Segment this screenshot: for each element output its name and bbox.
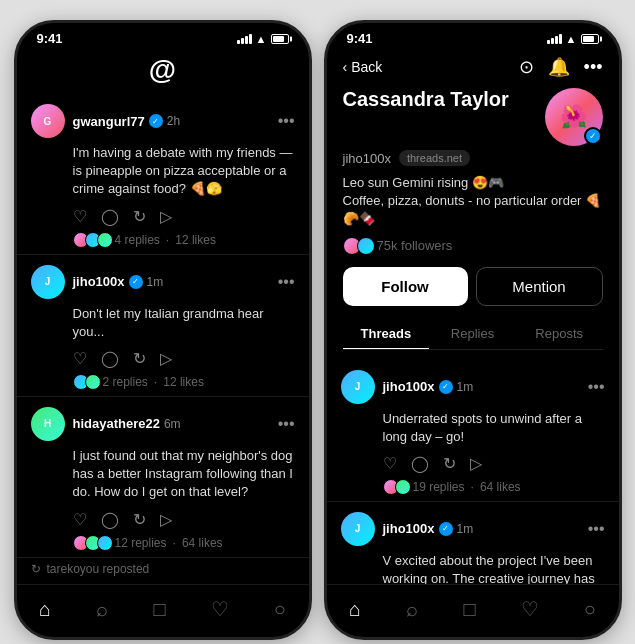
mention-button[interactable]: Mention [476,267,603,306]
verified-badge-1: ✓ [149,114,163,128]
stat-avatar-p1b [395,479,411,495]
avatar-jiho100x: J [31,265,65,299]
profile-feed[interactable]: J jiho100x ✓ 1m ••• Underrated spots to … [327,360,619,584]
comment-icon-2[interactable]: ◯ [101,349,119,368]
repost-icon-1[interactable]: ↻ [133,207,146,226]
signal-icon [237,34,252,44]
signal-bar-r4 [559,34,562,44]
follow-button[interactable]: Follow [343,267,468,306]
username-hidayathere22: hidayathere22 [73,416,160,431]
profile-post-2-menu[interactable]: ••• [588,520,605,538]
profile-post-1-likes: 64 likes [480,480,521,494]
post-2-stat-avatars [73,374,97,390]
post-2-username-row: jiho100x ✓ 1m [73,274,278,289]
feed[interactable]: G gwangurl77 ✓ 2h ••• I'm having a debat… [17,94,309,584]
post-1-reply-count: 4 replies [115,233,160,247]
stat-avatar-2b [85,374,101,390]
comment-icon-1[interactable]: ◯ [101,207,119,226]
nav-search-icon[interactable]: ⌕ [88,596,116,623]
post-3-actions: ♡ ◯ ↻ ▷ [73,510,295,529]
post-1-menu[interactable]: ••• [278,112,295,130]
instagram-icon[interactable]: ⊙ [519,56,534,78]
profile-post-1-content: Underrated spots to unwind after a long … [383,410,605,446]
share-icon-2[interactable]: ▷ [160,349,172,368]
username-jiho100x: jiho100x [73,274,125,289]
nav-profile-icon-r[interactable]: ○ [576,596,604,623]
follower-avatars [343,237,371,255]
nav-search-icon-r[interactable]: ⌕ [398,596,426,623]
profile-post-1-replies: 19 replies [413,480,465,494]
share-icon-3[interactable]: ▷ [160,510,172,529]
post-3-menu[interactable]: ••• [278,415,295,433]
nav-compose-icon-r[interactable]: □ [455,596,483,623]
post-1-actions: ♡ ◯ ↻ ▷ [73,207,295,226]
post-3-username-row: hidayathere22 6m [73,416,278,431]
profile-post-1-stat-avatars [383,479,407,495]
bell-icon[interactable]: 🔔 [548,56,570,78]
left-phone: 9:41 ▲ @ G [14,20,312,640]
profile-post-2-user-info: jiho100x ✓ 1m [383,521,588,536]
profile-tabs: Threads Replies Reposts [343,318,603,350]
profile-handle-row: jiho100x threads.net [343,150,603,166]
like-icon-p1[interactable]: ♡ [383,454,397,473]
post-2-stats: 2 replies · 12 likes [73,374,295,390]
nav-home-icon[interactable]: ⌂ [31,596,59,623]
nav-profile-icon[interactable]: ○ [266,596,294,623]
wifi-icon: ▲ [256,33,267,45]
repost-icon-p1[interactable]: ↻ [443,454,456,473]
post-3-user-info: hidayathere22 6m [73,416,278,431]
profile-post-1-menu[interactable]: ••• [588,378,605,396]
share-icon-1[interactable]: ▷ [160,207,172,226]
like-icon-1[interactable]: ♡ [73,207,87,226]
status-icons-left: ▲ [237,33,289,45]
avatar-gwangurl77: G [31,104,65,138]
battery-icon-right [581,34,599,44]
follower-avatar-2 [357,237,375,255]
signal-icon-right [547,34,562,44]
profile-post-2-username: jiho100x [383,521,435,536]
nav-heart-icon-r[interactable]: ♡ [513,595,547,623]
tab-reposts[interactable]: Reposts [516,318,603,349]
comment-icon-3[interactable]: ◯ [101,510,119,529]
post-2-time: 1m [147,275,164,289]
threads-header: @ [17,50,309,94]
post-3-stats: 12 replies · 64 likes [73,535,295,551]
status-icons-right: ▲ [547,33,599,45]
profile-post-1-dot: · [471,480,474,494]
post-2-actions: ♡ ◯ ↻ ▷ [73,349,295,368]
comment-icon-p1[interactable]: ◯ [411,454,429,473]
post-3-time: 6m [164,417,181,431]
repost-indicator: ↻ tarekoyou reposted [17,558,309,576]
post-1-content: I'm having a debate with my friends — is… [73,144,295,199]
post-2-user-info: jiho100x ✓ 1m [73,274,278,289]
repost-icon-2[interactable]: ↻ [133,349,146,368]
profile-post-2-content: V excited about the project I've been wo… [383,552,605,584]
stat-avatar-1c [97,232,113,248]
more-icon[interactable]: ••• [584,57,603,78]
like-icon-3[interactable]: ♡ [73,510,87,529]
back-button[interactable]: ‹ Back [343,59,383,75]
post-4: A + aimi.allover 2h ••• Best summer memo… [17,576,309,585]
profile-top-row: Cassandra Taylor 🌺 ✓ [343,88,603,146]
share-icon-p1[interactable]: ▷ [470,454,482,473]
tab-threads[interactable]: Threads [343,318,430,349]
nav-compose-icon[interactable]: □ [145,596,173,623]
post-1-time: 2h [167,114,180,128]
tab-replies[interactable]: Replies [429,318,516,349]
post-2: J jiho100x ✓ 1m ••• Don't let my Italian… [17,255,309,397]
back-chevron-icon: ‹ [343,59,348,75]
nav-home-icon-r[interactable]: ⌂ [341,596,369,623]
nav-heart-icon[interactable]: ♡ [203,595,237,623]
post-1-like-count: 12 likes [175,233,216,247]
post-2-menu[interactable]: ••• [278,273,295,291]
like-icon-2[interactable]: ♡ [73,349,87,368]
profile-handle: jiho100x [343,151,391,166]
profile-post-2-verified: ✓ [439,522,453,536]
bottom-nav-left: ⌂ ⌕ □ ♡ ○ [17,584,309,637]
post-3-content: I just found out that my neighbor's dog … [73,447,295,502]
follower-count: 75k followers [377,238,453,253]
post-3-dot: · [173,536,176,550]
signal-bar-1 [237,40,240,44]
repost-icon-3[interactable]: ↻ [133,510,146,529]
avatar-jiho-p2: J [341,512,375,546]
